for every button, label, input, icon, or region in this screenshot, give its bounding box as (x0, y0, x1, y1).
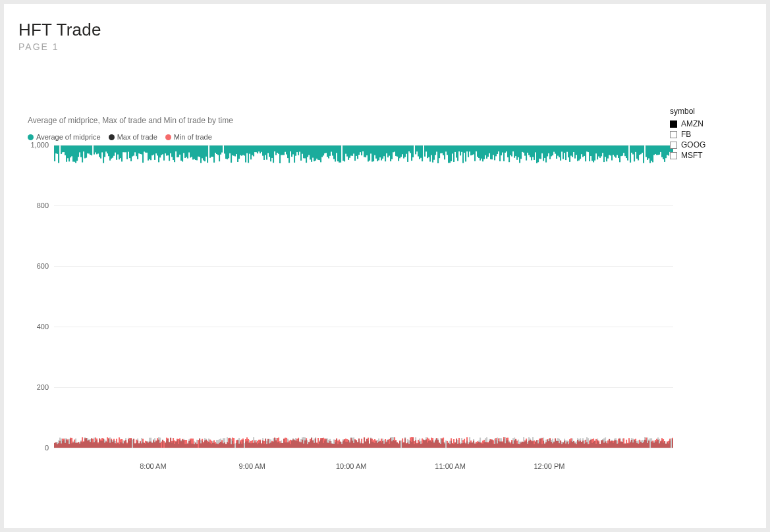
svg-rect-5 (62, 145, 63, 152)
svg-rect-1230 (461, 438, 462, 448)
svg-rect-283 (436, 145, 437, 151)
svg-rect-38 (107, 145, 108, 153)
svg-rect-333 (502, 145, 503, 153)
legend-item-midprice[interactable]: Average of midprice (28, 133, 101, 141)
svg-rect-1066 (245, 442, 246, 448)
svg-rect-1191 (410, 441, 411, 448)
svg-rect-279 (431, 145, 432, 155)
svg-rect-270 (418, 145, 419, 157)
svg-rect-231 (365, 145, 366, 157)
slicer-item-msft[interactable]: MSFT (670, 150, 742, 161)
svg-rect-235 (370, 145, 371, 153)
svg-rect-277 (428, 145, 429, 157)
svg-rect-372 (553, 145, 555, 152)
svg-rect-323 (489, 145, 490, 153)
svg-rect-1220 (448, 442, 449, 448)
svg-rect-991 (142, 442, 144, 448)
svg-rect-1089 (275, 438, 277, 448)
svg-rect-1052 (227, 437, 228, 448)
svg-rect-1316 (574, 442, 576, 448)
svg-rect-77 (158, 145, 159, 162)
svg-rect-1370 (646, 440, 647, 448)
svg-rect-141 (245, 145, 246, 163)
line-chart-visual[interactable]: Average of midprice, Max of trade and Mi… (28, 116, 673, 485)
svg-rect-307 (468, 145, 469, 157)
svg-rect-401 (591, 145, 593, 161)
svg-rect-1012 (173, 441, 174, 448)
svg-rect-1127 (325, 438, 327, 448)
svg-rect-1142 (345, 442, 346, 448)
svg-rect-138 (241, 145, 242, 156)
svg-rect-41 (111, 145, 112, 159)
legend-item-max[interactable]: Max of trade (109, 133, 157, 141)
slicer-item-fb[interactable]: FB (670, 129, 742, 140)
svg-rect-110 (202, 145, 203, 158)
symbol-slicer[interactable]: symbol AMZN FB GOOG MSFT (670, 107, 742, 161)
svg-rect-1015 (177, 440, 178, 448)
slicer-item-label: FB (681, 130, 691, 139)
svg-rect-131 (232, 145, 233, 155)
svg-rect-412 (606, 145, 607, 161)
svg-rect-32 (99, 145, 100, 157)
legend-item-min[interactable]: Min of trade (165, 133, 212, 141)
svg-rect-445 (652, 145, 653, 162)
svg-rect-452 (661, 145, 663, 157)
y-tick-label: 600 (37, 262, 49, 270)
svg-rect-311 (473, 145, 474, 154)
svg-rect-125 (224, 145, 225, 153)
svg-rect-336 (506, 145, 507, 151)
svg-rect-200 (323, 145, 324, 155)
svg-rect-1154 (361, 443, 362, 448)
svg-rect-84 (167, 145, 169, 155)
svg-rect-250 (390, 145, 391, 161)
svg-rect-411 (605, 145, 606, 157)
svg-rect-173 (287, 145, 289, 158)
svg-rect-269 (416, 145, 418, 151)
checkbox-icon[interactable] (670, 152, 677, 159)
svg-rect-65 (142, 145, 144, 163)
svg-rect-1376 (653, 440, 655, 448)
svg-rect-294 (451, 145, 452, 161)
svg-rect-1222 (451, 441, 452, 448)
svg-rect-454 (664, 145, 665, 162)
series-line-midprice (54, 145, 673, 163)
svg-rect-1158 (366, 439, 368, 448)
svg-rect-1091 (278, 442, 279, 448)
checkbox-icon[interactable] (670, 120, 677, 128)
svg-rect-1351 (620, 442, 622, 448)
svg-rect-71 (150, 145, 151, 160)
svg-rect-1357 (628, 443, 630, 448)
svg-rect-1258 (498, 441, 499, 448)
svg-rect-315 (478, 145, 480, 158)
checkbox-icon[interactable] (670, 142, 677, 149)
svg-rect-1315 (573, 441, 574, 448)
svg-rect-1195 (415, 437, 416, 448)
svg-rect-1123 (320, 440, 321, 448)
svg-rect-48 (120, 145, 121, 158)
svg-rect-1234 (466, 440, 468, 448)
svg-rect-218 (348, 145, 349, 160)
svg-rect-367 (547, 145, 548, 156)
svg-rect-151 (258, 145, 260, 151)
svg-rect-413 (607, 145, 609, 159)
series-line-max (54, 437, 673, 448)
svg-rect-1342 (609, 439, 610, 448)
svg-rect-169 (282, 145, 283, 155)
svg-rect-1293 (544, 443, 545, 448)
slicer-item-amzn[interactable]: AMZN (670, 119, 742, 129)
checkbox-icon[interactable] (670, 131, 677, 138)
svg-rect-1005 (162, 440, 163, 448)
svg-rect-321 (486, 145, 487, 159)
y-tick-label: 200 (37, 383, 49, 391)
svg-rect-289 (444, 145, 445, 159)
svg-rect-1251 (489, 439, 490, 448)
svg-rect-931 (63, 440, 65, 448)
slicer-item-goog[interactable]: GOOG (670, 140, 742, 150)
svg-rect-106 (196, 145, 198, 160)
svg-rect-1062 (240, 442, 241, 448)
svg-rect-45 (116, 145, 117, 160)
svg-rect-1150 (356, 440, 357, 448)
svg-rect-1178 (393, 437, 394, 448)
svg-rect-261 (404, 145, 406, 157)
plot-area[interactable]: 02004006008001,000 8:00 AM9:00 AM10:00 A… (54, 145, 673, 448)
